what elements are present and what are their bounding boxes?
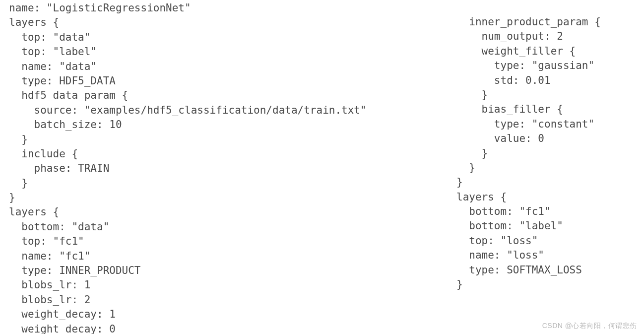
code-column-left: name: "LogisticRegressionNet" layers { t… bbox=[9, 1, 367, 334]
code-column-right: inner_product_param { num_output: 2 weig… bbox=[456, 15, 601, 292]
watermark-text: CSDN @心若向阳，何谓悲伤 bbox=[542, 321, 637, 331]
page-root: name: "LogisticRegressionNet" layers { t… bbox=[0, 0, 644, 334]
